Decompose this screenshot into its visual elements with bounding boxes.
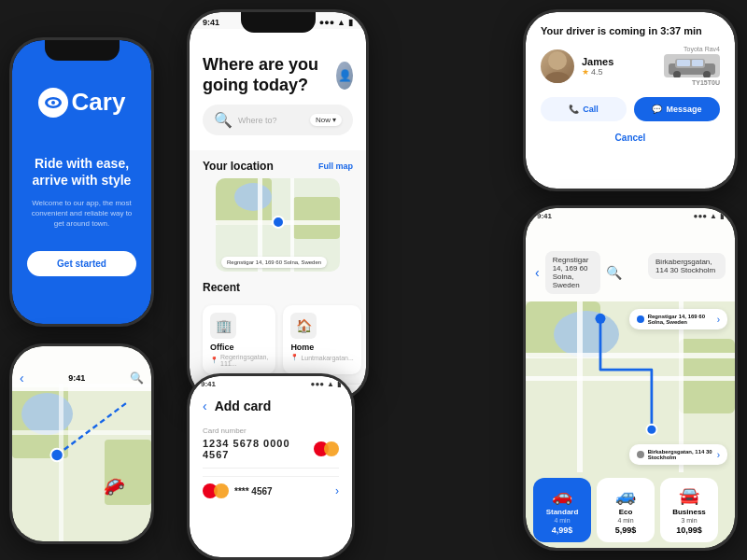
svg-rect-10: [692, 60, 703, 66]
home-address: 📍 Luntmakargatan...: [290, 354, 353, 361]
recent-places-grid: 🏢 Office 📍 Regeringsgatan, 111... 🏠 Home…: [190, 300, 366, 384]
map-preview[interactable]: Regnstigar 14, 169 60 Solna, Sweden: [216, 178, 340, 272]
car-plate: TY15T0U: [692, 79, 720, 86]
to-address[interactable]: Birkabergsgatan, 114 30 Stockholm: [648, 253, 726, 279]
phone-addcard: 9:41 ●●●▲▮ ‹ Add card Card number 1234 5…: [187, 373, 355, 560]
recent-place-office[interactable]: 🏢 Office 📍 Regeringsgatan, 111...: [203, 305, 275, 374]
office-address: 📍 Regeringsgatan, 111...: [210, 354, 268, 367]
recent-place-home[interactable]: 🏠 Home 📍 Luntmakargatan...: [283, 305, 360, 374]
map-small-top-bar: ‹ 9:41 🔍: [12, 346, 151, 391]
car-type-business[interactable]: 🚘 Business 3 min 10,99$: [660, 478, 718, 542]
app-name: Cary: [72, 88, 126, 117]
driver-actions: 📞 Call 💬 Message: [541, 97, 720, 121]
wifi-route: ▲: [710, 212, 717, 220]
search-bar[interactable]: 🔍 Where to? Now ▾: [203, 105, 353, 135]
map-address: Regnstigar 14, 169 60 Solna, Sweden: [221, 257, 327, 268]
time-small: 9:41: [68, 373, 85, 383]
chevron-right-saved: ›: [335, 484, 339, 497]
saved-card-number: **** 4567: [234, 486, 273, 497]
saved-card-row[interactable]: **** 4567 ›: [203, 476, 339, 505]
phone-splash: Cary Ride with ease, arrive with style W…: [9, 37, 154, 327]
svg-point-3: [548, 51, 567, 70]
home-greeting: Where are you going today?: [203, 55, 336, 95]
home-icon: 🏠: [290, 313, 317, 339]
from-dest-card: Regnstigar 14, 169 60 Solna, Sweden ›: [629, 309, 727, 329]
signal-route: ●●●: [694, 212, 708, 220]
car-image: [664, 54, 720, 77]
to-card-text: Birkabergsgatan, 114 30 Stockholm: [648, 449, 713, 460]
saved-card-info: **** 4567: [203, 483, 273, 499]
splash-tagline: Ride with ease, arrive with style: [27, 155, 136, 189]
time: 9:41: [203, 18, 219, 27]
search-placeholder: Where to?: [238, 116, 304, 125]
card-number-label: Card number: [203, 427, 339, 435]
business-car-icon: 🚘: [679, 485, 699, 506]
driver-rating: ★ 4.5: [582, 67, 613, 77]
message-button[interactable]: 💬 Message: [634, 97, 720, 121]
to-dot: [637, 451, 644, 458]
wifi-addcard: ▲: [327, 380, 334, 388]
get-started-button[interactable]: Get started: [27, 251, 136, 276]
card-number-value: 1234 5678 0000 4567: [203, 438, 314, 460]
signal-icon: ●●●: [319, 18, 334, 27]
svg-point-11: [595, 314, 605, 324]
logo-icon: [38, 88, 68, 118]
phone-map-route: 9:41 ●●●▲▮ ‹ Regnstigar 14, 169 60 Solna…: [523, 205, 738, 551]
status-bar-route: 9:41 ●●●▲▮: [526, 208, 735, 224]
star-icon: ★: [582, 67, 589, 77]
saved-mc-right: [214, 483, 229, 498]
from-card-text: Regnstigar 14, 169 60 Solna, Sweden: [648, 314, 713, 325]
user-avatar[interactable]: 👤: [336, 62, 353, 90]
back-button-small[interactable]: ‹: [20, 371, 24, 385]
from-dot: [637, 315, 644, 323]
signal-addcard: ●●●: [311, 380, 325, 388]
office-name: Office: [210, 343, 234, 352]
driver-details: James ★ 4.5: [582, 56, 613, 77]
saved-mastercard-logo: [203, 483, 229, 499]
status-bar-addcard: 9:41 ●●●▲▮: [190, 376, 352, 392]
car-type-standard[interactable]: 🚗 Standard 4 min 4,99$: [533, 478, 591, 542]
chevron-down-icon: ▾: [332, 116, 336, 124]
card-number-row: 1234 5678 0000 4567: [203, 438, 339, 469]
wifi-icon: ▲: [337, 18, 345, 27]
phone-map-small: 🚗 ‹ 9:41 🔍: [9, 343, 154, 544]
back-button-addcard[interactable]: ‹: [203, 399, 207, 413]
recent-section-header: Recent: [190, 272, 366, 300]
cancel-button[interactable]: Cancel: [541, 129, 720, 147]
battery-addcard: ▮: [337, 380, 341, 388]
time-route: 9:41: [537, 212, 552, 220]
svg-line-13: [57, 401, 129, 455]
from-address[interactable]: Regnstigar 14, 169 60 Solna, Sweden: [545, 251, 600, 294]
full-map-link[interactable]: Full map: [318, 161, 353, 171]
recent-label: Recent: [203, 281, 240, 294]
driver-avatar: [541, 49, 574, 83]
mc-right: [324, 441, 339, 456]
search-icon-small[interactable]: 🔍: [130, 371, 144, 385]
car-type-eco[interactable]: 🚙 Eco 4 min 5,99$: [597, 478, 655, 542]
app-logo: Cary: [38, 88, 126, 118]
driver-left: James ★ 4.5: [541, 49, 613, 83]
phone-home: 9:41 ●●● ▲ ▮ Where are you going today? …: [187, 9, 369, 401]
driver-name: James: [582, 56, 613, 67]
your-location-label: Your location: [203, 160, 274, 173]
map-canvas[interactable]: Regnstigar 14, 169 60 Solna, Sweden › Bi…: [526, 301, 735, 472]
battery-route: ▮: [720, 212, 724, 220]
pin-icon-2: 📍: [290, 354, 299, 361]
call-button[interactable]: 📞 Call: [541, 97, 627, 121]
office-icon: 🏢: [210, 313, 236, 339]
card-number-section: Card number 1234 5678 0000 4567: [203, 427, 339, 476]
back-button-route[interactable]: ‹: [535, 265, 540, 280]
driver-coming-title: Your driver is coming in 3:37 min: [541, 25, 720, 36]
battery-icon: ▮: [348, 18, 353, 27]
location-pin: [272, 216, 285, 229]
svg-rect-9: [677, 60, 690, 66]
search-button-map[interactable]: 🔍: [606, 265, 622, 280]
addcard-title: Add card: [215, 399, 272, 413]
svg-point-12: [646, 425, 656, 435]
home-place-name: Home: [290, 343, 314, 352]
now-pill[interactable]: Now ▾: [310, 114, 342, 126]
search-icon: 🔍: [214, 111, 233, 129]
driver-info: James ★ 4.5 Toyota Rav4: [541, 46, 720, 86]
car-types-row: 🚗 Standard 4 min 4,99$ 🚙 Eco 4 min 5,99$…: [526, 472, 735, 548]
map-route-header: 9:41 ●●●▲▮ ‹ Regnstigar 14, 169 60 Solna…: [526, 208, 735, 301]
